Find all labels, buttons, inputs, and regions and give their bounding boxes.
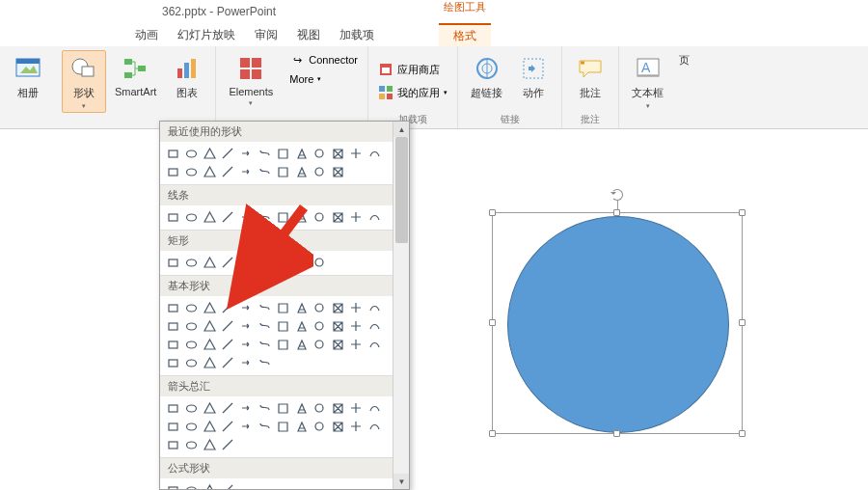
shape-item[interactable] (164, 254, 182, 272)
shape-item[interactable] (256, 208, 274, 227)
shape-item[interactable] (201, 145, 219, 163)
shape-item[interactable] (366, 299, 384, 317)
shape-item[interactable] (329, 399, 347, 418)
tab-review[interactable]: 审阅 (255, 27, 278, 43)
shape-item[interactable] (164, 317, 182, 336)
tab-addins[interactable]: 加载项 (339, 27, 374, 43)
scroll-up-arrow[interactable]: ▲ (393, 122, 410, 137)
connector-button[interactable]: ↪ Connector (285, 50, 362, 69)
shape-item[interactable] (311, 208, 329, 227)
resize-handle-sw[interactable] (489, 430, 496, 437)
shape-item[interactable] (201, 436, 219, 454)
shape-item[interactable] (292, 299, 311, 317)
shape-item[interactable] (237, 399, 256, 418)
shape-item[interactable] (164, 481, 182, 490)
shape-item[interactable] (219, 354, 237, 372)
shape-item[interactable] (201, 208, 219, 227)
shape-item[interactable] (366, 145, 384, 163)
shape-item[interactable] (329, 317, 347, 336)
shape-item[interactable] (347, 145, 366, 163)
shape-item[interactable] (292, 163, 311, 181)
shape-item[interactable] (219, 208, 237, 227)
shape-item[interactable] (182, 336, 201, 354)
tab-slideshow[interactable]: 幻灯片放映 (177, 27, 235, 43)
action-button[interactable]: 动作 (511, 50, 556, 103)
shape-item[interactable] (201, 354, 219, 372)
shape-item[interactable] (347, 208, 366, 227)
shape-item[interactable] (256, 317, 274, 336)
shape-item[interactable] (237, 254, 256, 272)
rotate-handle[interactable] (611, 189, 623, 201)
shape-item[interactable] (329, 163, 347, 181)
shape-item[interactable] (164, 436, 182, 454)
comment-button[interactable]: 批注 (568, 50, 612, 103)
shape-item[interactable] (219, 436, 237, 454)
shape-item[interactable] (182, 145, 201, 163)
shape-selection[interactable] (492, 212, 743, 434)
shape-item[interactable] (201, 163, 219, 181)
shape-item[interactable] (219, 317, 237, 336)
shape-item[interactable] (219, 336, 237, 354)
shape-item[interactable] (201, 299, 219, 317)
shape-item[interactable] (329, 208, 347, 227)
scrollbar[interactable]: ▲ ▼ (393, 122, 409, 489)
resize-handle-se[interactable] (739, 430, 746, 437)
oval-shape[interactable] (507, 216, 729, 433)
shape-item[interactable] (256, 254, 274, 272)
shape-item[interactable] (182, 299, 201, 317)
shape-item[interactable] (256, 336, 274, 354)
shape-item[interactable] (274, 317, 292, 336)
shape-item[interactable] (311, 317, 329, 336)
shape-item[interactable] (182, 317, 201, 336)
shape-item[interactable] (274, 254, 292, 272)
more-button[interactable]: More ▾ (285, 71, 362, 87)
shape-item[interactable] (292, 208, 311, 227)
scroll-thumb[interactable] (395, 137, 408, 243)
shape-item[interactable] (237, 145, 256, 163)
shape-item[interactable] (219, 418, 237, 436)
shape-item[interactable] (347, 336, 366, 354)
shape-item[interactable] (366, 336, 384, 354)
shape-item[interactable] (182, 399, 201, 418)
shape-item[interactable] (182, 481, 201, 490)
shape-item[interactable] (182, 418, 201, 436)
shape-item[interactable] (256, 399, 274, 418)
shape-item[interactable] (219, 254, 237, 272)
shape-item[interactable] (237, 336, 256, 354)
shape-item[interactable] (201, 317, 219, 336)
contextual-subtab-format[interactable]: 格式 (439, 23, 491, 46)
shape-item[interactable] (292, 418, 311, 436)
shape-item[interactable] (237, 354, 256, 372)
shape-item[interactable] (347, 317, 366, 336)
shape-item[interactable] (237, 317, 256, 336)
shape-item[interactable] (164, 163, 182, 181)
shape-item[interactable] (201, 399, 219, 418)
shape-item[interactable] (274, 399, 292, 418)
shape-item[interactable] (311, 145, 329, 163)
shape-item[interactable] (182, 163, 201, 181)
resize-handle-w[interactable] (489, 319, 496, 326)
shape-item[interactable] (292, 317, 311, 336)
textbox-button[interactable]: A 文本框 ▾ (625, 50, 670, 113)
shape-item[interactable] (347, 399, 366, 418)
hyperlink-button[interactable]: 超链接 (464, 50, 509, 103)
shape-item[interactable] (311, 163, 329, 181)
shape-item[interactable] (182, 354, 201, 372)
shape-item[interactable] (219, 163, 237, 181)
shape-item[interactable] (201, 418, 219, 436)
shape-item[interactable] (182, 208, 201, 227)
shape-item[interactable] (164, 145, 182, 163)
shape-item[interactable] (201, 481, 219, 490)
shape-item[interactable] (219, 399, 237, 418)
myapps-button[interactable]: 我的应用 ▾ (374, 83, 451, 102)
store-button[interactable]: 应用商店 (374, 60, 444, 79)
shape-item[interactable] (164, 418, 182, 436)
shape-item[interactable] (237, 299, 256, 317)
shape-item[interactable] (311, 399, 329, 418)
resize-handle-n[interactable] (613, 209, 620, 216)
tab-view[interactable]: 视图 (297, 27, 320, 43)
shape-item[interactable] (292, 254, 311, 272)
resize-handle-s[interactable] (613, 430, 620, 437)
chart-button[interactable]: 图表 (165, 50, 209, 103)
shape-item[interactable] (201, 254, 219, 272)
